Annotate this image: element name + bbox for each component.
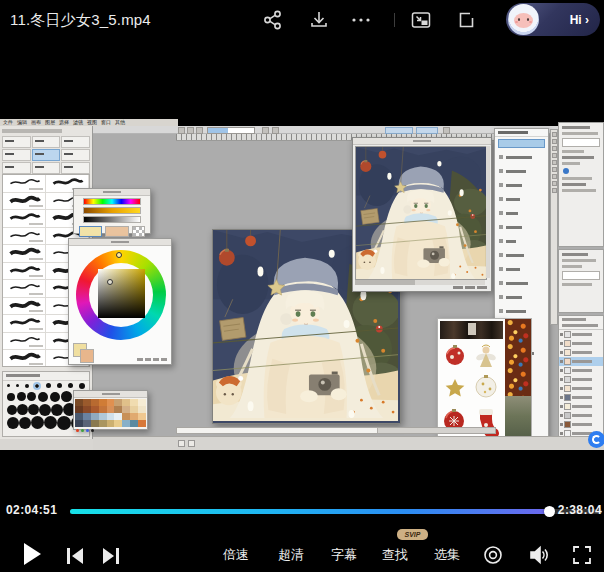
brush-size-dot — [7, 417, 19, 429]
next-episode-icon[interactable] — [100, 545, 122, 567]
reference-ornaments-window — [437, 318, 506, 442]
brush-size-dot — [51, 404, 63, 416]
palette-footer — [74, 428, 147, 433]
context-menu-item — [495, 178, 548, 192]
strip-button — [552, 188, 557, 193]
layer-thumbnail — [564, 367, 571, 374]
share-icon[interactable] — [262, 9, 284, 31]
brush-size-dot — [35, 384, 39, 388]
layer-row — [559, 330, 603, 339]
palette-swatch — [83, 420, 91, 427]
layer-row — [559, 366, 603, 375]
context-menu-item — [495, 150, 548, 164]
layer-thumbnail — [564, 403, 571, 410]
context-menu-selected-item — [498, 139, 545, 148]
app-menu-item: 窗口 — [101, 119, 111, 126]
record-ring-icon[interactable] — [482, 544, 504, 566]
fullscreen-icon[interactable] — [571, 544, 593, 566]
layer-row — [559, 384, 603, 393]
hue-marker — [116, 252, 122, 258]
layer-thumbnail — [564, 349, 571, 356]
volume-icon[interactable] — [527, 544, 549, 566]
layer-thumbnail — [564, 385, 571, 392]
palette-swatch — [130, 420, 138, 427]
preview-titlebar — [353, 138, 491, 145]
primary-color-swatch — [79, 226, 102, 237]
brush-size-header — [3, 372, 89, 381]
brush-size-dot — [16, 384, 19, 387]
transparent-swatch — [132, 226, 145, 237]
preview-hscrollbar — [355, 280, 485, 285]
reference-photo-green — [505, 396, 531, 441]
top-bar: 11.冬日少女3_5.mp4 — [0, 0, 604, 40]
app-menu-item: 画布 — [31, 119, 41, 126]
subtitle-button[interactable]: 字幕 — [328, 546, 360, 564]
progress-bar[interactable] — [70, 509, 602, 514]
context-menu-item — [495, 164, 548, 178]
brush-size-dot — [44, 416, 57, 429]
palette-swatch — [107, 420, 115, 427]
palette-swatch — [107, 399, 115, 406]
brush-size-dot — [79, 383, 85, 389]
palette-swatch — [138, 406, 146, 413]
palette-swatch — [130, 399, 138, 406]
prev-episode-icon[interactable] — [64, 545, 86, 567]
episodes-button[interactable]: 选集 — [431, 546, 463, 564]
brush-size-dot — [7, 384, 10, 387]
brush-item — [3, 193, 46, 211]
strip-button — [552, 174, 557, 179]
layer-row — [559, 375, 603, 384]
layer-thumbnail — [564, 358, 571, 365]
tool-cell — [32, 136, 61, 148]
reference-photo-gold — [505, 319, 531, 396]
brush-size-dot — [68, 383, 73, 388]
brush-item — [3, 350, 46, 367]
reference-photo-strip — [440, 321, 503, 339]
more-icon[interactable] — [350, 9, 372, 31]
tool-cell — [2, 149, 31, 161]
brush-size-dot — [46, 383, 51, 388]
layer-row — [559, 420, 603, 429]
palette-swatch — [83, 406, 91, 413]
strip-button — [552, 181, 557, 186]
sv-marker — [107, 279, 113, 285]
pip-icon[interactable] — [410, 9, 432, 31]
palette-swatch — [138, 399, 146, 406]
brush-item — [3, 175, 46, 193]
video-content-area[interactable]: 文件编辑画布图层选择滤镜视图窗口其他 — [0, 119, 604, 450]
palette-swatch — [83, 399, 91, 406]
brush-item — [3, 298, 46, 316]
palette-swatch — [122, 413, 130, 420]
tool-cell — [32, 162, 61, 174]
app-menu-item: 视图 — [87, 119, 97, 126]
play-icon[interactable] — [24, 543, 41, 565]
palette-swatch — [114, 399, 122, 406]
preview-window — [352, 137, 492, 292]
layer-thumbnail — [564, 376, 571, 383]
mini-window-icon[interactable] — [455, 9, 477, 31]
find-button[interactable]: 查找 — [379, 546, 411, 564]
quality-button[interactable]: 超清 — [275, 546, 307, 564]
palette-swatch — [122, 420, 130, 427]
preview-vscrollbar — [486, 146, 490, 278]
app-menu-item: 文件 — [3, 119, 13, 126]
video-title: 11.冬日少女3_5.mp4 — [10, 11, 151, 30]
layers-panel — [558, 315, 604, 449]
brush-size-dot — [17, 404, 28, 415]
palette-swatch — [99, 399, 107, 406]
progress-knob[interactable] — [544, 506, 555, 517]
progress-fill — [70, 509, 549, 514]
topbar-divider — [394, 13, 395, 27]
layer-thumbnail — [564, 331, 571, 338]
account-pill[interactable]: Hi › — [506, 3, 600, 36]
brush-size-dot — [31, 416, 44, 429]
layer-thumbnail — [564, 421, 571, 428]
palette-window — [73, 390, 148, 430]
brush-size-dot — [57, 383, 62, 388]
color-wheel-window — [68, 238, 172, 365]
avatar — [508, 4, 539, 35]
download-icon[interactable] — [308, 9, 330, 31]
brush-size-dot — [27, 392, 36, 401]
speed-button[interactable]: 倍速 — [220, 546, 252, 564]
layer-row — [559, 411, 603, 420]
